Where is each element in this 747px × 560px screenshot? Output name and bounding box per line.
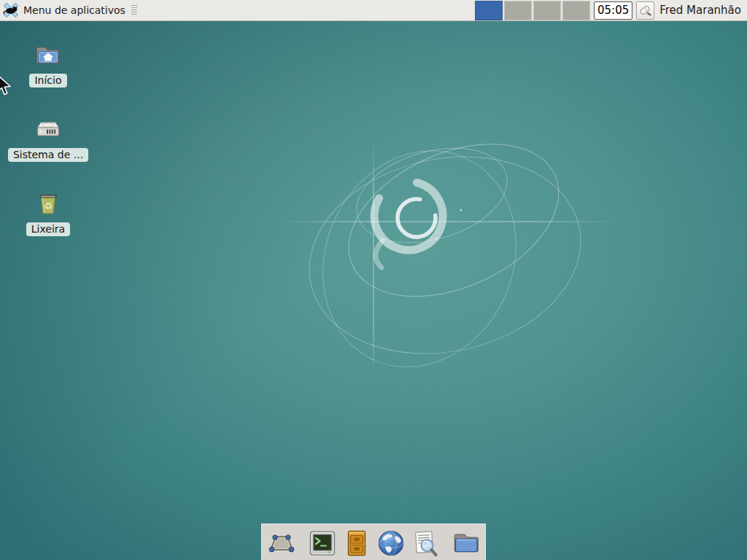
tray-input-device-button[interactable]: [636, 1, 654, 20]
desktop-icon-trash[interactable]: ♻ Lixeira: [16, 190, 80, 236]
desktop-icon-home[interactable]: Início: [16, 41, 80, 88]
dock-show-desktop-button[interactable]: [266, 527, 297, 559]
xfce-mouse-logo-icon: [2, 1, 20, 19]
workspace-cell-2[interactable]: [504, 1, 532, 20]
dock-file-cabinet-button[interactable]: [341, 527, 372, 559]
workspace-switcher: [475, 1, 590, 20]
trash-bin-icon: ♻: [34, 190, 63, 219]
folder-icon: [451, 528, 481, 559]
web-browser-globe-icon: [376, 528, 406, 559]
desktop-icon-label: Lixeira: [26, 222, 70, 236]
desktop: Menu de aplicativos 05:05 Fred Maranhão: [0, 0, 747, 560]
clock[interactable]: 05:05: [594, 1, 632, 20]
svg-text:♻: ♻: [44, 201, 53, 211]
mouse-cursor: [0, 74, 15, 96]
applications-menu-button[interactable]: Menu de aplicativos: [0, 0, 128, 20]
terminal-icon: [307, 528, 338, 559]
desktop-icon-label: Início: [29, 74, 66, 88]
workspace-cell-4[interactable]: [562, 1, 590, 20]
panel-grip-handle[interactable]: [131, 5, 137, 15]
workspace-cell-1[interactable]: [475, 1, 503, 20]
show-desktop-icon: [266, 528, 297, 559]
desktop-icon-label: Sistema de ...: [8, 148, 88, 162]
document-search-icon: [410, 528, 441, 559]
workspace-cell-3[interactable]: [533, 1, 561, 20]
desktop-icon-filesystem[interactable]: Sistema de ...: [16, 115, 80, 162]
home-folder-icon: [34, 41, 63, 70]
clock-time: 05:05: [597, 4, 629, 17]
file-cabinet-icon: [341, 528, 372, 559]
mouse-device-icon: [638, 4, 652, 18]
applications-menu-label: Menu de aplicativos: [23, 0, 125, 21]
top-panel: Menu de aplicativos 05:05 Fred Maranhão: [0, 0, 747, 21]
dock-file-manager-button[interactable]: [451, 527, 481, 559]
dock-terminal-button[interactable]: [307, 527, 338, 559]
user-menu[interactable]: Fred Maranhão: [659, 4, 741, 17]
debian-swirl-wallpaper: [0, 0, 747, 560]
hard-disk-icon: [33, 115, 63, 144]
dock-web-browser-button[interactable]: [376, 527, 406, 559]
bottom-dock: [261, 524, 486, 560]
dock-document-search-button[interactable]: [410, 527, 441, 559]
